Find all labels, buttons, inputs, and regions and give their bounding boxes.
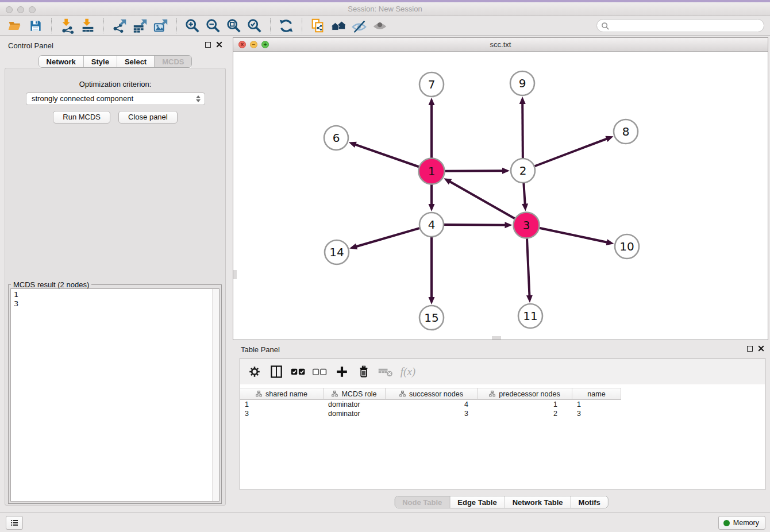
table-cell[interactable]: 1	[478, 400, 572, 409]
export-image-icon[interactable]	[151, 17, 171, 34]
graph-edge-arrow	[605, 136, 613, 142]
new-network-from-selection-icon[interactable]	[307, 17, 328, 34]
column-header-label: predecessor nodes	[499, 390, 560, 398]
tab-network[interactable]: Network	[39, 56, 84, 67]
run-mcds-button[interactable]: Run MCDS	[53, 111, 110, 124]
export-table-icon[interactable]	[130, 17, 151, 34]
graph-node-label: 1	[428, 164, 436, 178]
search-field[interactable]	[596, 19, 764, 32]
graph-edge-2-9[interactable]	[522, 103, 523, 160]
control-panel-tabs: NetworkStyleSelectMCDS	[38, 55, 192, 68]
tab-mcds[interactable]: MCDS	[155, 56, 191, 67]
show-columns-icon[interactable]	[267, 363, 286, 381]
tab-style[interactable]: Style	[84, 56, 117, 67]
column-header-label: MCDS role	[341, 390, 376, 398]
graph-node-label: 15	[424, 311, 438, 325]
graph-edge-arrow	[349, 142, 357, 148]
graph-edge-3-11[interactable]	[527, 237, 530, 296]
column-header-mcds-role[interactable]: MCDS role	[324, 388, 386, 400]
table-cell[interactable]: 4	[386, 400, 478, 409]
add-row-icon[interactable]	[332, 363, 352, 381]
mcds-result-text[interactable]: 13	[10, 288, 220, 502]
zoom-selected-icon[interactable]	[244, 17, 265, 34]
mcds-result-group: MCDS result (2 nodes) 13	[8, 284, 222, 504]
table-tab-network-table[interactable]: Network Table	[505, 496, 571, 508]
graph-edge-2-8[interactable]	[533, 138, 607, 167]
import-table-icon[interactable]	[78, 17, 98, 34]
graph-edge-3-10[interactable]	[538, 228, 608, 242]
graph-edge-4-3[interactable]	[442, 225, 506, 225]
task-history-button[interactable]	[6, 516, 23, 530]
table-row[interactable]: 1dominator411	[240, 400, 765, 409]
show-all-icon[interactable]	[369, 17, 390, 34]
result-scrollbar[interactable]	[212, 289, 219, 501]
tab-select[interactable]: Select	[117, 56, 155, 67]
zoom-in-icon[interactable]	[182, 17, 203, 34]
mcds-panel: Optimization criterion: strongly connect…	[5, 68, 226, 506]
criterion-dropdown[interactable]: strongly connected component	[26, 92, 205, 105]
main-toolbar	[0, 16, 770, 36]
toolbar-separator	[103, 18, 104, 33]
save-session-icon[interactable]	[25, 17, 46, 34]
table-tab-node-table[interactable]: Node Table	[395, 496, 450, 508]
app-title: Session: New Session	[0, 5, 770, 13]
zoom-fit-icon[interactable]	[224, 17, 244, 34]
column-header-predecessor-nodes[interactable]: predecessor nodes	[478, 388, 572, 400]
memory-button[interactable]: Memory	[718, 516, 765, 530]
table-cell[interactable]: 3	[386, 409, 478, 418]
horizontal-scrollbar-nub[interactable]	[492, 336, 501, 340]
delete-column-icon[interactable]	[376, 363, 395, 381]
graph-edge-1-6[interactable]	[355, 144, 421, 167]
table-cell[interactable]: 3	[240, 409, 324, 418]
table-cell[interactable]: 2	[478, 409, 572, 418]
first-neighbors-icon[interactable]	[328, 17, 349, 34]
close-table-panel-icon[interactable]	[758, 345, 764, 352]
select-all-icon[interactable]	[288, 363, 308, 381]
graph-edge-2-3[interactable]	[523, 182, 525, 205]
table-cell[interactable]: dominator	[324, 400, 386, 409]
table-tab-motifs[interactable]: Motifs	[571, 496, 608, 508]
open-file-icon[interactable]	[5, 17, 25, 34]
table-cell[interactable]: 1	[572, 400, 621, 409]
table-panel-title: Table Panel	[241, 345, 280, 354]
graph-edge-1-2[interactable]	[443, 171, 503, 171]
hide-selected-icon[interactable]	[349, 17, 369, 34]
float-panel-icon[interactable]	[205, 42, 211, 48]
import-network-icon[interactable]	[57, 17, 78, 34]
close-panel-icon[interactable]	[216, 41, 222, 48]
network-window-titlebar[interactable]: × − + scc.txt	[233, 38, 768, 52]
search-input[interactable]	[612, 20, 759, 31]
network-canvas[interactable]: 7968124314101511	[233, 52, 768, 340]
application-window: Session: New Session	[0, 0, 770, 532]
column-type-icon	[399, 391, 406, 397]
table-row[interactable]: 3dominator323	[240, 409, 765, 418]
clear-selection-icon[interactable]	[310, 363, 330, 381]
graph-edge-arrow	[505, 222, 512, 228]
vertical-scrollbar-nub[interactable]	[233, 270, 237, 279]
table-cell[interactable]: 1	[240, 400, 324, 409]
status-bar: Memory	[0, 512, 770, 532]
network-view-title: scc.txt	[233, 40, 768, 49]
graph-edge-3-1[interactable]	[449, 182, 516, 219]
graph-node-label: 3	[523, 218, 530, 232]
mcds-result-lines: 13	[14, 290, 219, 309]
table-tab-edge-table[interactable]: Edge Table	[450, 496, 505, 508]
graph-edge-arrow	[502, 168, 510, 174]
zoom-out-icon[interactable]	[203, 17, 224, 34]
column-header-label: successor nodes	[409, 390, 463, 398]
delete-row-icon[interactable]	[354, 363, 374, 381]
graph-edge-4-14[interactable]	[356, 228, 421, 246]
apply-function-icon[interactable]: f(x)	[398, 363, 417, 381]
column-header-shared-name[interactable]: shared name	[240, 388, 324, 400]
float-table-panel-icon[interactable]	[747, 346, 753, 352]
column-header-name[interactable]: name	[572, 388, 621, 400]
column-header-successor-nodes[interactable]: successor nodes	[386, 388, 478, 400]
refresh-view-icon[interactable]	[276, 17, 297, 34]
app-titlebar: Session: New Session	[0, 2, 770, 16]
graph-node-label: 10	[619, 240, 634, 253]
export-network-icon[interactable]	[109, 17, 130, 34]
close-panel-button[interactable]: Close panel	[118, 111, 178, 124]
table-cell[interactable]: dominator	[324, 409, 386, 418]
table-cell[interactable]: 3	[572, 409, 621, 418]
table-settings-icon[interactable]	[245, 363, 264, 381]
